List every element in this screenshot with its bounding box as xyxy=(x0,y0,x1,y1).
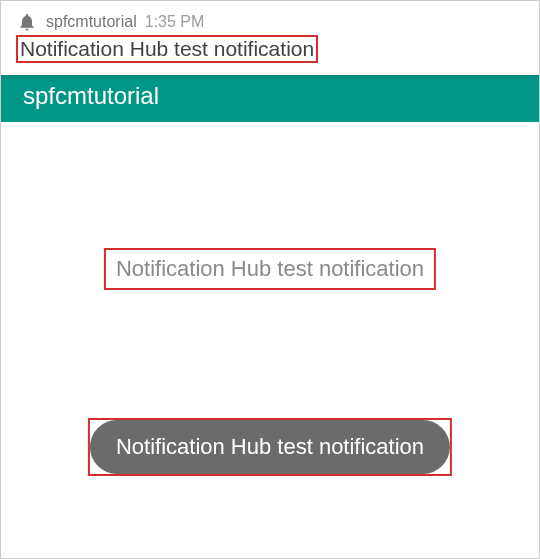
dialog-highlight: Notification Hub test notification xyxy=(104,248,436,290)
toast-message: Notification Hub test notification xyxy=(116,434,424,459)
app-bar: spfcmtutorial xyxy=(1,70,539,122)
notification-title-highlight: Notification Hub test notification xyxy=(16,35,318,63)
dialog-message: Notification Hub test notification xyxy=(116,256,424,281)
app-title: spfcmtutorial xyxy=(23,82,159,110)
notification-panel[interactable]: spfcmtutorial 1:35 PM Notification Hub t… xyxy=(1,1,539,75)
notification-time: 1:35 PM xyxy=(145,13,205,31)
toast: Notification Hub test notification xyxy=(90,420,450,474)
notification-app-name: spfcmtutorial xyxy=(46,13,137,31)
toast-highlight: Notification Hub test notification xyxy=(88,418,452,476)
notification-header: spfcmtutorial 1:35 PM xyxy=(16,11,524,33)
content-area: Notification Hub test notification Notif… xyxy=(1,122,539,558)
bell-icon xyxy=(16,11,38,33)
notification-title: Notification Hub test notification xyxy=(20,37,314,60)
